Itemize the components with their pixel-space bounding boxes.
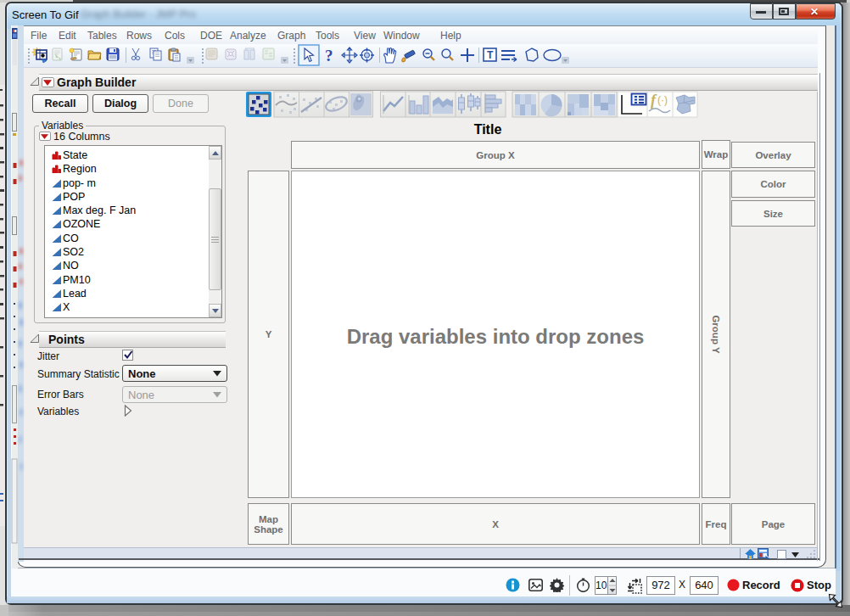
svg-text:(·): (·) — [657, 94, 668, 106]
svg-text:?: ? — [325, 47, 333, 64]
svg-text:T: T — [487, 49, 494, 61]
